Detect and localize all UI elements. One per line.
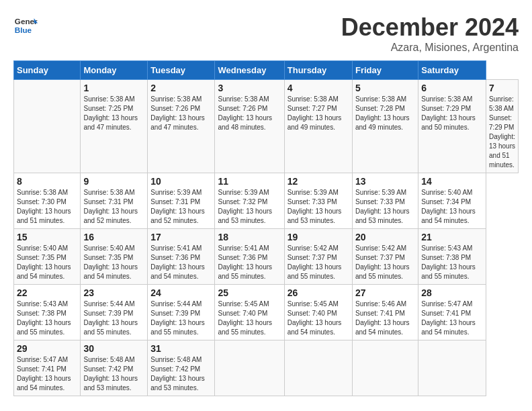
day-detail: Sunrise: 5:40 AMSunset: 7:35 PMDaylight:… bbox=[83, 244, 138, 280]
day-number: 2 bbox=[150, 83, 212, 93]
day-number: 21 bbox=[421, 232, 483, 242]
calendar-cell: 17 Sunrise: 5:41 AMSunset: 7:36 PMDaylig… bbox=[148, 229, 215, 285]
day-detail: Sunrise: 5:41 AMSunset: 7:36 PMDaylight:… bbox=[218, 244, 272, 280]
day-number: 22 bbox=[17, 287, 77, 298]
month-title: December 2024 bbox=[341, 13, 519, 42]
day-detail: Sunrise: 5:38 AMSunset: 7:30 PMDaylight:… bbox=[17, 189, 71, 224]
calendar-header-row: SundayMondayTuesdayWednesdayThursdayFrid… bbox=[14, 61, 519, 80]
day-number: 23 bbox=[83, 287, 144, 298]
day-number: 31 bbox=[150, 343, 212, 354]
day-detail: Sunrise: 5:38 AMSunset: 7:29 PMDaylight:… bbox=[421, 95, 476, 131]
day-detail: Sunrise: 5:38 AMSunset: 7:25 PMDaylight:… bbox=[83, 95, 138, 131]
day-header-thursday: Thursday bbox=[284, 61, 352, 80]
day-detail: Sunrise: 5:43 AMSunset: 7:38 PMDaylight:… bbox=[17, 300, 71, 336]
day-detail: Sunrise: 5:47 AMSunset: 7:41 PMDaylight:… bbox=[421, 300, 476, 336]
calendar-cell: 10 Sunrise: 5:39 AMSunset: 7:31 PMDaylig… bbox=[148, 173, 215, 229]
day-detail: Sunrise: 5:42 AMSunset: 7:37 PMDaylight:… bbox=[287, 244, 342, 280]
calendar-week-row: 29 Sunrise: 5:47 AMSunset: 7:41 PMDaylig… bbox=[14, 340, 519, 396]
calendar-cell: 4 Sunrise: 5:38 AMSunset: 7:27 PMDayligh… bbox=[284, 80, 352, 173]
calendar-cell: 21 Sunrise: 5:43 AMSunset: 7:38 PMDaylig… bbox=[418, 229, 486, 285]
calendar-cell: 29 Sunrise: 5:47 AMSunset: 7:41 PMDaylig… bbox=[14, 340, 81, 396]
calendar-cell: 15 Sunrise: 5:40 AMSunset: 7:35 PMDaylig… bbox=[14, 229, 81, 285]
calendar-cell: 13 Sunrise: 5:39 AMSunset: 7:33 PMDaylig… bbox=[352, 173, 418, 229]
calendar-week-row: 8 Sunrise: 5:38 AMSunset: 7:30 PMDayligh… bbox=[14, 173, 519, 229]
day-header-saturday: Saturday bbox=[418, 61, 486, 80]
calendar-cell: 31 Sunrise: 5:48 AMSunset: 7:42 PMDaylig… bbox=[148, 340, 215, 396]
calendar-cell: 6 Sunrise: 5:38 AMSunset: 7:29 PMDayligh… bbox=[418, 80, 486, 173]
calendar-cell: 26 Sunrise: 5:45 AMSunset: 7:40 PMDaylig… bbox=[284, 285, 352, 340]
day-number: 19 bbox=[287, 232, 349, 242]
day-number: 29 bbox=[17, 343, 77, 354]
location-subtitle: Azara, Misiones, Argentina bbox=[341, 42, 519, 54]
day-detail: Sunrise: 5:45 AMSunset: 7:40 PMDaylight:… bbox=[218, 300, 272, 336]
day-detail: Sunrise: 5:45 AMSunset: 7:40 PMDaylight:… bbox=[287, 300, 342, 336]
day-number: 25 bbox=[218, 287, 281, 298]
calendar-cell: 16 Sunrise: 5:40 AMSunset: 7:35 PMDaylig… bbox=[81, 229, 148, 285]
svg-text:Blue: Blue bbox=[15, 26, 32, 34]
day-number: 30 bbox=[83, 343, 144, 354]
day-detail: Sunrise: 5:48 AMSunset: 7:42 PMDaylight:… bbox=[83, 356, 138, 392]
header: General Blue December 2024 Azara, Mision… bbox=[13, 13, 519, 54]
calendar-week-row: 1 Sunrise: 5:38 AMSunset: 7:25 PMDayligh… bbox=[14, 80, 519, 173]
day-number: 16 bbox=[83, 232, 144, 242]
day-number: 28 bbox=[421, 287, 483, 298]
day-detail: Sunrise: 5:38 AMSunset: 7:26 PMDaylight:… bbox=[150, 95, 205, 131]
logo-icon: General Blue bbox=[13, 13, 38, 38]
day-detail: Sunrise: 5:43 AMSunset: 7:38 PMDaylight:… bbox=[421, 244, 476, 280]
day-number: 12 bbox=[287, 176, 349, 187]
calendar-cell bbox=[418, 340, 486, 396]
calendar-cell: 24 Sunrise: 5:44 AMSunset: 7:39 PMDaylig… bbox=[148, 285, 215, 340]
day-detail: Sunrise: 5:38 AMSunset: 7:31 PMDaylight:… bbox=[83, 189, 138, 224]
calendar-cell: 22 Sunrise: 5:43 AMSunset: 7:38 PMDaylig… bbox=[14, 285, 81, 340]
day-detail: Sunrise: 5:47 AMSunset: 7:41 PMDaylight:… bbox=[17, 356, 71, 392]
calendar-cell: 5 Sunrise: 5:38 AMSunset: 7:28 PMDayligh… bbox=[352, 80, 418, 173]
calendar-cell: 7 Sunrise: 5:38 AMSunset: 7:29 PMDayligh… bbox=[486, 80, 519, 173]
day-detail: Sunrise: 5:40 AMSunset: 7:34 PMDaylight:… bbox=[421, 189, 476, 224]
day-number: 14 bbox=[421, 176, 483, 187]
calendar-cell: 2 Sunrise: 5:38 AMSunset: 7:26 PMDayligh… bbox=[148, 80, 215, 173]
day-detail: Sunrise: 5:39 AMSunset: 7:33 PMDaylight:… bbox=[355, 189, 410, 224]
day-detail: Sunrise: 5:39 AMSunset: 7:32 PMDaylight:… bbox=[218, 189, 272, 224]
day-number: 5 bbox=[355, 83, 415, 93]
day-detail: Sunrise: 5:48 AMSunset: 7:42 PMDaylight:… bbox=[150, 356, 205, 392]
day-number: 26 bbox=[287, 287, 349, 298]
day-number: 8 bbox=[17, 176, 77, 187]
title-area: December 2024 Azara, Misiones, Argentina bbox=[341, 13, 519, 54]
calendar-cell: 20 Sunrise: 5:42 AMSunset: 7:37 PMDaylig… bbox=[352, 229, 418, 285]
day-detail: Sunrise: 5:44 AMSunset: 7:39 PMDaylight:… bbox=[83, 300, 138, 336]
calendar-cell: 27 Sunrise: 5:46 AMSunset: 7:41 PMDaylig… bbox=[352, 285, 418, 340]
calendar-cell: 30 Sunrise: 5:48 AMSunset: 7:42 PMDaylig… bbox=[81, 340, 148, 396]
logo: General Blue bbox=[13, 13, 38, 38]
day-header-monday: Monday bbox=[81, 61, 148, 80]
day-detail: Sunrise: 5:38 AMSunset: 7:29 PMDaylight:… bbox=[489, 95, 515, 169]
day-number: 17 bbox=[150, 232, 212, 242]
calendar-cell bbox=[284, 340, 352, 396]
calendar-week-row: 22 Sunrise: 5:43 AMSunset: 7:38 PMDaylig… bbox=[14, 285, 519, 340]
day-detail: Sunrise: 5:38 AMSunset: 7:27 PMDaylight:… bbox=[287, 95, 342, 131]
day-number: 24 bbox=[150, 287, 212, 298]
day-number: 9 bbox=[83, 176, 144, 187]
calendar-week-row: 15 Sunrise: 5:40 AMSunset: 7:35 PMDaylig… bbox=[14, 229, 519, 285]
day-number: 10 bbox=[150, 176, 212, 187]
calendar-cell: 3 Sunrise: 5:38 AMSunset: 7:26 PMDayligh… bbox=[215, 80, 284, 173]
calendar-table: SundayMondayTuesdayWednesdayThursdayFrid… bbox=[13, 60, 519, 396]
calendar-cell: 19 Sunrise: 5:42 AMSunset: 7:37 PMDaylig… bbox=[284, 229, 352, 285]
calendar-cell: 28 Sunrise: 5:47 AMSunset: 7:41 PMDaylig… bbox=[418, 285, 486, 340]
day-number: 3 bbox=[218, 83, 281, 93]
day-number: 4 bbox=[287, 83, 349, 93]
calendar-cell bbox=[14, 80, 81, 173]
day-number: 27 bbox=[355, 287, 415, 298]
calendar-cell: 12 Sunrise: 5:39 AMSunset: 7:33 PMDaylig… bbox=[284, 173, 352, 229]
day-detail: Sunrise: 5:39 AMSunset: 7:31 PMDaylight:… bbox=[150, 189, 205, 224]
day-detail: Sunrise: 5:38 AMSunset: 7:28 PMDaylight:… bbox=[355, 95, 410, 131]
day-detail: Sunrise: 5:42 AMSunset: 7:37 PMDaylight:… bbox=[355, 244, 410, 280]
day-header-friday: Friday bbox=[352, 61, 418, 80]
calendar-cell: 9 Sunrise: 5:38 AMSunset: 7:31 PMDayligh… bbox=[81, 173, 148, 229]
day-number: 1 bbox=[83, 83, 144, 93]
calendar-cell: 1 Sunrise: 5:38 AMSunset: 7:25 PMDayligh… bbox=[81, 80, 148, 173]
day-header-tuesday: Tuesday bbox=[148, 61, 215, 80]
day-number: 7 bbox=[489, 83, 515, 93]
calendar-cell bbox=[215, 340, 284, 396]
day-header-wednesday: Wednesday bbox=[215, 61, 284, 80]
calendar-cell: 8 Sunrise: 5:38 AMSunset: 7:30 PMDayligh… bbox=[14, 173, 81, 229]
